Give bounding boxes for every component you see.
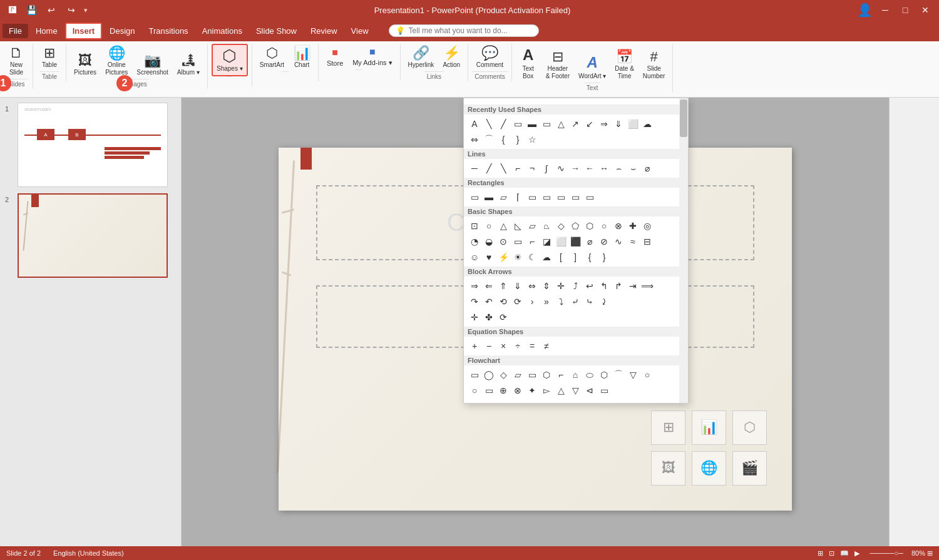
fc-manual-op[interactable]: ▽: [626, 368, 640, 382]
fc-internal[interactable]: ⬡: [540, 368, 553, 382]
rect-snip7[interactable]: ▭: [583, 190, 597, 204]
shapes-scroll-thumb[interactable]: [680, 99, 687, 137]
comment-btn[interactable]: 💬 Comment: [473, 44, 507, 71]
slide-icon-pictures[interactable]: 🖼: [651, 451, 685, 486]
zoom-slider[interactable]: ─────○─: [870, 549, 903, 557]
bs-heart[interactable]: ♥: [482, 250, 496, 264]
menu-review[interactable]: Review: [304, 24, 344, 38]
action-btn[interactable]: ⚡ Action: [439, 44, 464, 71]
bs-l-shape[interactable]: ⌐: [525, 235, 539, 248]
ba-dbl-chevron[interactable]: »: [540, 295, 553, 308]
line-freeform[interactable]: ∿: [554, 161, 568, 175]
slide-icon-chart[interactable]: 📊: [692, 410, 726, 445]
shapes-scrollbar[interactable]: [679, 98, 688, 403]
ba-uturn[interactable]: ↩: [583, 279, 597, 293]
bs-brace-left[interactable]: {: [583, 250, 597, 264]
bs-brace-right[interactable]: }: [597, 250, 611, 264]
rect-snip4[interactable]: ▭: [540, 190, 553, 204]
eq-minus[interactable]: −: [482, 339, 496, 353]
menu-view[interactable]: View: [345, 24, 375, 38]
bs-moon[interactable]: ☾: [525, 250, 539, 264]
fc-magnetic-disk[interactable]: △: [554, 384, 568, 397]
undo-btn[interactable]: ↩: [44, 3, 59, 18]
ba-arrow-callout-up[interactable]: ⤷: [583, 295, 597, 308]
line-curve[interactable]: ∫: [540, 161, 553, 175]
slide-icon-online[interactable]: 🌐: [692, 451, 726, 486]
new-slide-btn[interactable]: 🗋 NewSlide: [4, 44, 29, 79]
eq-equal[interactable]: =: [525, 339, 539, 353]
rect-snip2[interactable]: ⌈: [511, 190, 525, 204]
ba-curved-left[interactable]: ↶: [482, 295, 496, 308]
rect-snip[interactable]: ▱: [496, 190, 510, 204]
save-btn[interactable]: 💾: [24, 3, 39, 18]
reading-view-btn[interactable]: 📖: [840, 549, 849, 557]
fc-decision[interactable]: ◇: [496, 368, 510, 382]
fc-process[interactable]: ▭: [468, 368, 481, 382]
ba-striped[interactable]: ⟹: [640, 279, 654, 293]
bs-pie[interactable]: ◔: [468, 235, 481, 248]
shape-arrow-right[interactable]: ⇒: [597, 117, 611, 131]
bs-dbl-wave[interactable]: ≈: [626, 235, 640, 248]
fit-slide-btn[interactable]: ⊞: [927, 549, 933, 557]
minimize-btn[interactable]: ─: [878, 3, 893, 18]
fc-offpage[interactable]: ○: [468, 384, 481, 397]
pictures-btn[interactable]: 🖼 Pictures: [70, 51, 100, 79]
bs-parallelogram[interactable]: ▱: [525, 219, 539, 233]
album-btn[interactable]: 🏞 Album ▾: [173, 51, 203, 79]
slide-icon-video[interactable]: 🎬: [732, 451, 767, 486]
slideshow-btn[interactable]: ▶: [854, 549, 859, 557]
shape-line2[interactable]: ╱: [496, 117, 510, 131]
normal-view-btn[interactable]: ⊞: [818, 549, 823, 557]
fc-multi-doc[interactable]: ⌂: [568, 368, 582, 382]
fc-card[interactable]: ▭: [482, 384, 496, 397]
fc-and[interactable]: ✦: [525, 384, 539, 397]
online-pictures-btn[interactable]: 🌐 OnlinePictures: [101, 44, 131, 79]
ba-swoosh[interactable]: ⟳: [511, 295, 525, 308]
ba-ud[interactable]: ⇕: [540, 279, 553, 293]
shape-round-rect[interactable]: ▬: [525, 117, 539, 131]
bs-folded[interactable]: ⊟: [640, 235, 654, 248]
line-diagonal2[interactable]: ╲: [496, 161, 510, 175]
shape-brace-open[interactable]: {: [496, 133, 510, 146]
bs-diag-stripe[interactable]: ◪: [540, 235, 553, 248]
eq-plus[interactable]: +: [468, 339, 481, 353]
menu-home[interactable]: Home: [29, 24, 64, 38]
ba-bent-up[interactable]: ⤴: [568, 279, 582, 293]
ba-curved-dbl[interactable]: ⟲: [496, 295, 510, 308]
line-arrow2[interactable]: ←: [583, 161, 597, 175]
fc-sequential[interactable]: ⊲: [583, 384, 597, 397]
ba-down[interactable]: ⇓: [511, 279, 525, 293]
line-curve2[interactable]: ⌀: [640, 161, 654, 175]
shape-callout[interactable]: ⬜: [626, 117, 640, 131]
bs-hexagon[interactable]: ⬡: [583, 219, 597, 233]
tell-me-bar[interactable]: 💡: [389, 24, 539, 37]
eq-notequal[interactable]: ≠: [540, 339, 553, 353]
fc-data[interactable]: ▱: [511, 368, 525, 382]
fc-direct-access[interactable]: ▽: [568, 384, 582, 397]
rect-snip3[interactable]: ▭: [525, 190, 539, 204]
ba-quad[interactable]: ✛: [554, 279, 568, 293]
slide-image-1[interactable]: SO/DO/TU/DEY A B: [18, 103, 168, 187]
header-footer-btn[interactable]: ⊟ Header& Footer: [542, 48, 573, 83]
screenshot-btn[interactable]: 📷 Screenshot: [133, 51, 172, 79]
ba-right[interactable]: ⇒: [468, 279, 481, 293]
slide-icon-table[interactable]: ⊞: [651, 410, 685, 445]
line-bent2[interactable]: ¬: [525, 161, 539, 175]
ba-circular[interactable]: ⟳: [496, 310, 510, 324]
fc-predefined[interactable]: ▭: [525, 368, 539, 382]
fc-terminator[interactable]: ⬭: [583, 368, 597, 382]
line-curved-arr[interactable]: ⌣: [626, 161, 640, 175]
bs-pentagon[interactable]: ⬠: [568, 219, 582, 233]
bs-heptagon[interactable]: ○: [597, 219, 611, 233]
ba-arrow-callout-left[interactable]: ⤶: [568, 295, 582, 308]
menu-slideshow[interactable]: Slide Show: [250, 24, 303, 38]
fc-delay[interactable]: ▻: [540, 384, 553, 397]
hyperlink-btn[interactable]: 🔗 Hyperlink: [404, 44, 438, 71]
ba-lr[interactable]: ⇔: [525, 279, 539, 293]
bs-teardrop[interactable]: ⊙: [496, 235, 510, 248]
ba-up[interactable]: ⇑: [496, 279, 510, 293]
bs-can[interactable]: ⌀: [583, 235, 597, 248]
date-time-btn[interactable]: 📅 Date &Time: [611, 48, 638, 83]
eq-multiply[interactable]: ×: [496, 339, 510, 353]
ba-arrow-callout-right[interactable]: ⤵: [554, 295, 568, 308]
